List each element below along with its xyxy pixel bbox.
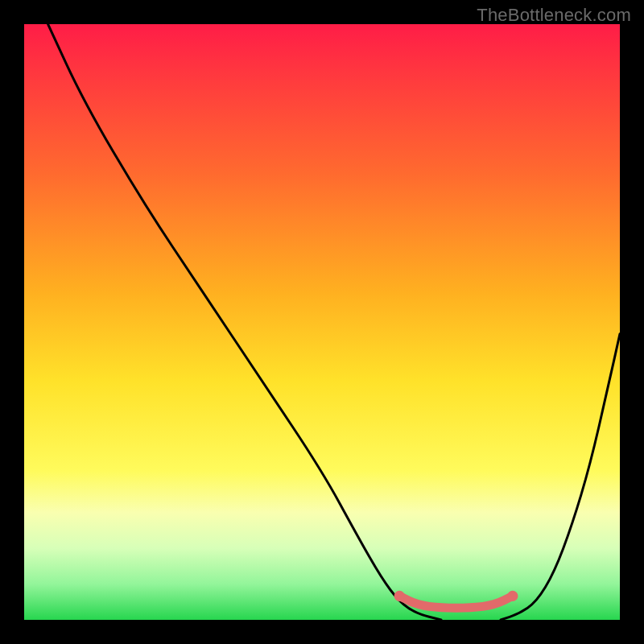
chart-plot-area [24, 24, 620, 620]
chart-stage: TheBottleneck.com [0, 0, 644, 644]
optimal-range-marker [399, 596, 513, 608]
chart-curves [24, 24, 620, 620]
optimal-endpoint-left [394, 591, 405, 601]
watermark-text: TheBottleneck.com [477, 5, 631, 26]
optimal-endpoint-right [507, 591, 518, 601]
curve-right-branch [501, 334, 620, 620]
curve-left-branch [48, 24, 441, 620]
